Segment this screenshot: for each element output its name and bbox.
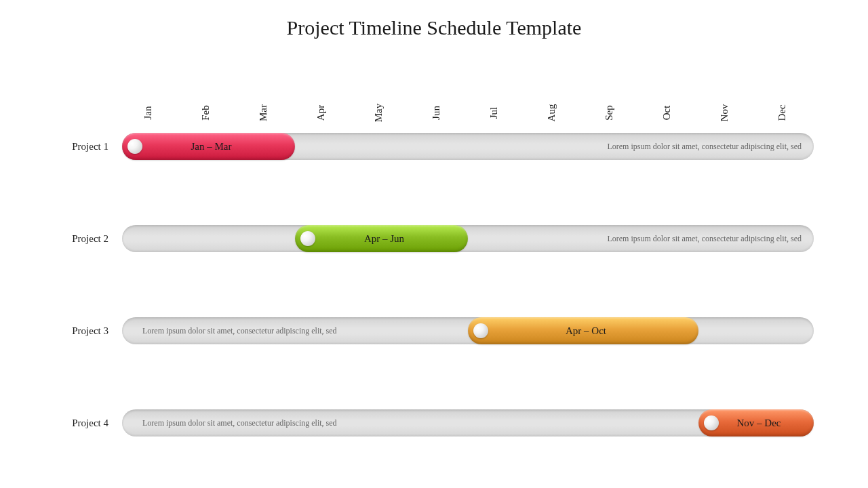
month-label: Mar <box>258 104 269 121</box>
timeline-row: Project 4Nov – DecLorem ipsum dolor sit … <box>122 409 814 436</box>
handle-icon <box>300 231 315 246</box>
project-label: Project 1 <box>47 133 108 160</box>
pill-range-label: Apr – Oct <box>488 325 698 337</box>
month-label: Apr <box>315 105 327 121</box>
month-label: Nov <box>719 104 730 122</box>
project-label: Project 4 <box>47 409 108 436</box>
month-label: Jan <box>142 106 154 120</box>
timeline-pill: Nov – Dec <box>698 409 814 436</box>
handle-icon <box>127 139 142 154</box>
project-description: Lorem ipsum dolor sit amet, consectetur … <box>481 225 802 252</box>
timeline-rows: Project 1Jan – MarLorem ipsum dolor sit … <box>122 133 814 436</box>
timeline-pill: Jan – Mar <box>122 133 295 160</box>
month-label: Feb <box>200 105 212 121</box>
month-label: Aug <box>546 104 557 122</box>
timeline-stage: JanFebMarAprMayJunJulAugSepOctNovDec Pro… <box>122 73 814 466</box>
page-title: Project Timeline Schedule Template <box>0 0 868 53</box>
month-label: Sep <box>604 105 615 121</box>
timeline-pill: Apr – Jun <box>295 225 468 252</box>
month-axis: JanFebMarAprMayJunJulAugSepOctNovDec <box>122 73 814 126</box>
timeline-row: Project 3Apr – OctLorem ipsum dolor sit … <box>122 317 814 344</box>
timeline-row: Project 1Jan – MarLorem ipsum dolor sit … <box>122 133 814 160</box>
month-label: Jul <box>488 107 500 119</box>
pill-range-label: Nov – Dec <box>719 418 814 429</box>
handle-icon <box>473 323 488 338</box>
pill-range-label: Jan – Mar <box>142 141 295 152</box>
month-label: Jun <box>431 106 442 120</box>
handle-icon <box>704 415 719 430</box>
project-description: Lorem ipsum dolor sit amet, consectetur … <box>142 409 685 436</box>
project-description: Lorem ipsum dolor sit amet, consectetur … <box>309 133 802 160</box>
month-label: Dec <box>776 104 788 121</box>
project-label: Project 3 <box>47 317 108 344</box>
timeline-row: Project 2Apr – JunLorem ipsum dolor sit … <box>122 225 814 252</box>
timeline-pill: Apr – Oct <box>468 317 698 344</box>
month-label: Oct <box>661 106 673 121</box>
month-label: May <box>373 104 384 123</box>
project-description: Lorem ipsum dolor sit amet, consectetur … <box>142 317 454 344</box>
project-label: Project 2 <box>47 225 108 252</box>
pill-range-label: Apr – Jun <box>315 233 468 245</box>
